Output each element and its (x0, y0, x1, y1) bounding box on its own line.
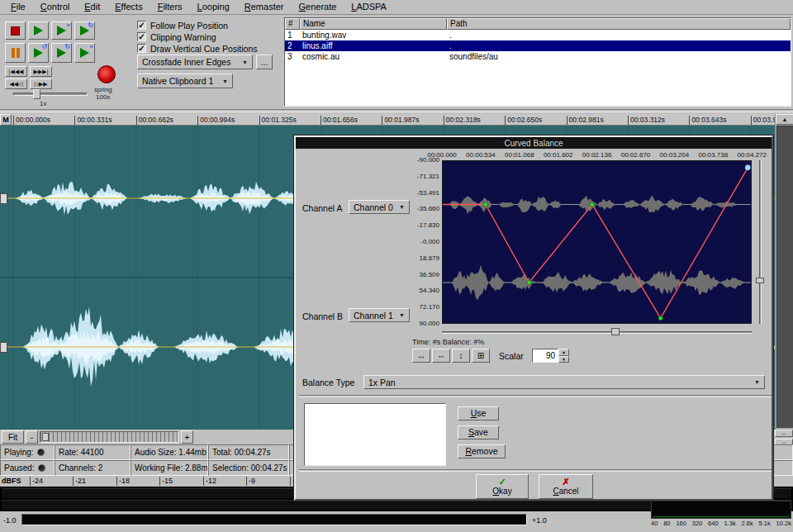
table-row[interactable]: 2linus.aiff. (285, 40, 791, 51)
ruler-time-label: 00:02.650s (505, 116, 542, 125)
preset-listbox[interactable] (304, 403, 446, 466)
status-text: Total: 00:04.27s (212, 448, 271, 457)
checkbox-checked-icon[interactable]: ✓ (137, 32, 146, 41)
zoom-out-button[interactable]: - (26, 430, 38, 444)
crossfade-more-button[interactable]: ... (256, 55, 273, 69)
mute-button[interactable]: M (0, 114, 12, 126)
graph-vertical-slider-thumb[interactable] (756, 278, 764, 283)
balance-type-dropdown[interactable]: 1x Pan ▼ (363, 375, 765, 389)
menu-remaster[interactable]: Remaster (237, 0, 292, 13)
dbfs-tick-label: -21 (73, 477, 86, 486)
shuttle-forward-button[interactable]: ↻ (51, 43, 72, 63)
file-num: 2 (285, 40, 300, 51)
stop-button[interactable] (5, 21, 26, 40)
vertical-scrollbar[interactable]: ▲ (775, 114, 793, 430)
playback-speed-slider[interactable] (13, 93, 88, 96)
menu-filters[interactable]: Filters (150, 0, 190, 13)
freq-band-label: 10.2k (776, 520, 791, 530)
menu-generate[interactable]: Generate (291, 0, 344, 13)
playback-speed-thumb[interactable] (33, 89, 40, 99)
curve-node[interactable] (590, 202, 594, 207)
menu-file[interactable]: File (3, 0, 33, 13)
play-button[interactable] (28, 21, 49, 40)
record-button[interactable] (97, 65, 116, 83)
checkbox-row[interactable]: ✓Draw Vertical Cue Positions (137, 43, 258, 54)
graph-horizontal-slider[interactable] (442, 327, 752, 337)
remove-button[interactable]: Remove (458, 444, 506, 458)
balance-curve-graph[interactable] (442, 160, 752, 324)
graph-vertical-slider[interactable] (755, 160, 765, 324)
use-button[interactable]: Use (458, 406, 499, 420)
zoom-horizontal-button[interactable]: ⇔ (432, 349, 450, 363)
curve-node[interactable] (658, 316, 662, 321)
grid-snap-button[interactable]: ⊞ (472, 349, 490, 363)
timeline-ruler[interactable]: 00:00.000s00:00.331s00:00.662s00:00.994s… (0, 114, 775, 126)
balance-meter (21, 514, 527, 525)
table-row[interactable]: 1bunting.wav. (285, 30, 791, 40)
checkbox-row[interactable]: ✓Follow Play Position (137, 20, 228, 31)
menu-control[interactable]: Control (33, 0, 77, 13)
filelist-header-name[interactable]: Name (300, 18, 447, 30)
freq-band-label: 640 (708, 520, 719, 530)
jump-to-start-button[interactable]: |◀◀◀ (5, 66, 27, 77)
cancel-button[interactable]: ✗ Cancel (539, 474, 593, 499)
shuttle-arrow-icon: » (90, 44, 93, 50)
filelist-header-path[interactable]: Path (447, 18, 791, 30)
save-button[interactable]: Save (458, 425, 499, 439)
skip-back-button[interactable]: ◀◀◁ (5, 78, 27, 89)
menu-edit[interactable]: Edit (77, 0, 107, 13)
channel-a-value: Channel 0 (354, 202, 393, 212)
jump-to-end-button[interactable]: ▶▶▶| (30, 66, 52, 77)
checkbox-checked-icon[interactable]: ✓ (137, 44, 146, 53)
ruler-time-label: 00:01.987s (382, 116, 419, 125)
scalar-input[interactable]: 90 (532, 349, 558, 363)
table-row[interactable]: 3cosmic.ausoundfiles/au (285, 51, 791, 62)
channel-b-value: Channel 1 (354, 311, 393, 321)
zoom-vertical-button[interactable]: ↕ (452, 349, 470, 363)
skip-forward-button[interactable]: ▷▶▶ (30, 78, 52, 89)
loaded-files-list[interactable]: #NamePath1bunting.wav.2linus.aiff.3cosmi… (284, 17, 791, 107)
scrollbar-trough[interactable] (776, 126, 793, 428)
filelist-header-num[interactable]: # (285, 18, 300, 30)
chevron-down-icon: ▼ (754, 379, 760, 385)
pause-button[interactable] (5, 43, 26, 63)
graph-horizontal-slider-thumb[interactable] (611, 328, 620, 335)
curve-node[interactable] (527, 280, 531, 284)
status-text: Audio Size: 1.44mb (135, 448, 207, 457)
channel1-handle[interactable] (0, 193, 7, 204)
menu-looping[interactable]: Looping (190, 0, 237, 13)
shuttle-backward-button[interactable]: ↺ (28, 43, 49, 63)
checkbox-row[interactable]: ✓Clipping Warning (137, 31, 216, 42)
spinner-up-icon[interactable]: ▲ (558, 349, 569, 356)
fit-horizontal-button[interactable]: ↔ (412, 349, 430, 363)
curve-endpoint[interactable] (745, 165, 750, 170)
ruler-time-label: 00:01.656s (321, 116, 358, 125)
checkbox-checked-icon[interactable]: ✓ (137, 21, 146, 30)
scalar-spinner[interactable]: ▲ ▼ (558, 349, 569, 363)
menu-effects[interactable]: Effects (107, 0, 150, 13)
channel2-handle[interactable] (0, 342, 7, 353)
balance-type-value: 1x Pan (368, 378, 396, 387)
spinner-down-icon[interactable]: ▼ (558, 356, 569, 363)
okay-button[interactable]: ✓ Okay (476, 474, 529, 499)
curve-node[interactable] (483, 202, 487, 207)
graph-time-label: 00:03.738 (691, 151, 735, 159)
menu-ladspa[interactable]: LADSPA (344, 0, 394, 13)
channel-b-dropdown[interactable]: Channel 1 ▼ (349, 308, 410, 322)
check-icon: ✓ (498, 477, 506, 487)
zoom-in-button[interactable]: + (181, 430, 193, 444)
scroll-up-icon[interactable]: ▲ (776, 114, 793, 125)
play-looped-button[interactable]: ↻ (74, 21, 95, 40)
channel-a-dropdown[interactable]: Channel 0 ▼ (349, 200, 410, 214)
crossfade-dropdown[interactable]: Crossfade Inner Edges ▼ (137, 55, 253, 69)
fit-button[interactable]: Fit (2, 430, 24, 444)
balance-type-label: Balance Type (302, 378, 354, 387)
shuttle-rate-button[interactable]: » (74, 43, 95, 63)
pane-shrink-button[interactable]: -- (775, 430, 793, 437)
status-led-icon (37, 449, 45, 456)
zoom-slider-thumb[interactable] (42, 433, 49, 441)
clipboard-dropdown[interactable]: Native Clipboard 1 ▼ (137, 74, 233, 88)
play-selection-button[interactable]: » (51, 21, 72, 40)
dialog-separator (299, 395, 772, 397)
zoom-slider[interactable] (40, 431, 178, 443)
